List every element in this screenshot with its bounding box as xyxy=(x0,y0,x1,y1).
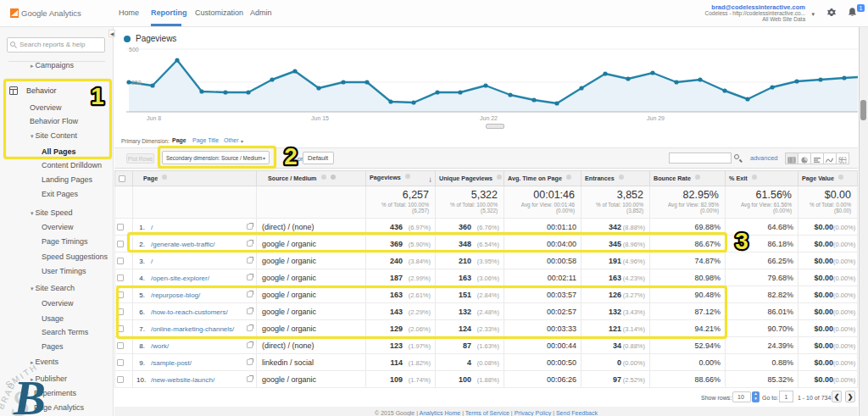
svg-text:1: 1 xyxy=(91,83,104,109)
svg-text:2: 2 xyxy=(284,143,298,169)
svg-text:3: 3 xyxy=(735,228,748,254)
